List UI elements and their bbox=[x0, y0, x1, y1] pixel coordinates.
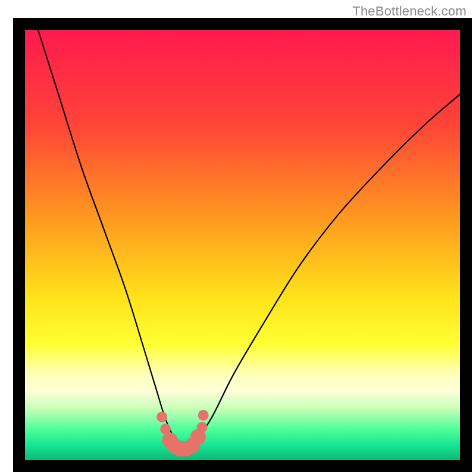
highlight-dot bbox=[156, 412, 167, 422]
highlight-dot bbox=[197, 422, 208, 433]
watermark-text: TheBottleneck.com bbox=[352, 4, 466, 19]
chart-container: TheBottleneck.com bbox=[0, 0, 476, 476]
plot-background bbox=[25, 30, 460, 460]
bottleneck-chart bbox=[0, 0, 476, 476]
highlight-dot bbox=[198, 410, 209, 421]
